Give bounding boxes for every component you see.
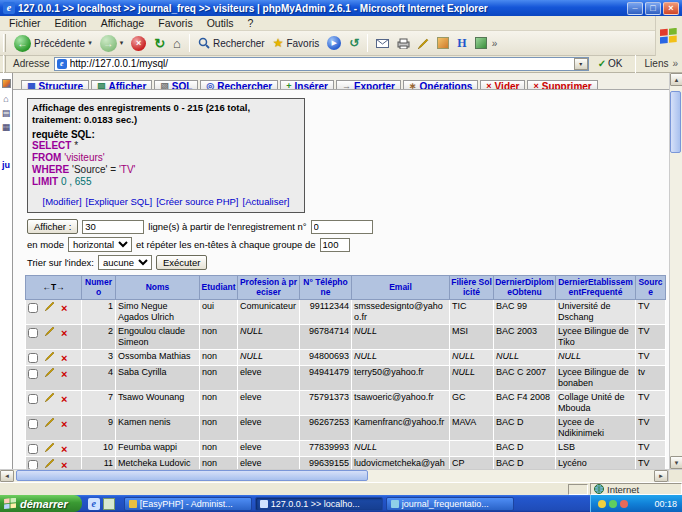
menu-item-affichage[interactable]: Affichage (94, 17, 152, 29)
edit-button[interactable] (415, 37, 432, 50)
column-header-8[interactable]: DernierDiplomeObtenu (494, 276, 556, 300)
maximize-button[interactable] (645, 2, 661, 15)
messenger-button[interactable] (434, 36, 452, 50)
query-link[interactable]: [Créer source PHP] (156, 196, 238, 207)
forward-button[interactable] (97, 34, 127, 53)
tab-search[interactable]: ◎Rechercher (200, 80, 278, 91)
tab-drop[interactable]: ×Supprimer (527, 80, 597, 91)
delete-row-icon[interactable] (61, 353, 67, 363)
show-button[interactable]: Afficher : (27, 219, 78, 234)
scroll-down-button[interactable] (670, 456, 682, 469)
edit-row-icon[interactable] (45, 351, 55, 364)
addressbar-grip[interactable] (3, 55, 6, 73)
query-link[interactable]: [Modifier] (43, 196, 82, 207)
repeat-headers-input[interactable] (320, 238, 350, 252)
pma-home-icon[interactable] (0, 94, 12, 104)
column-header-7[interactable]: Filière Solicité (450, 276, 494, 300)
start-button[interactable]: démarrer (0, 495, 82, 512)
tray-antivirus-icon[interactable] (620, 500, 628, 508)
go-button[interactable]: OK (593, 57, 628, 70)
row-checkbox[interactable] (28, 419, 38, 429)
media-button[interactable] (324, 35, 344, 51)
horizontal-scroll-thumb[interactable] (16, 470, 368, 481)
favorites-button[interactable]: Favoris (270, 35, 323, 51)
edit-row-icon[interactable] (45, 417, 55, 430)
column-header-9[interactable]: DernierEtablissementFrequenté (556, 276, 636, 300)
tab-browse[interactable]: ▤Afficher (91, 80, 152, 91)
mode-select[interactable]: horizontal (68, 237, 132, 252)
address-input[interactable]: http://127.0.0.1/mysql/ (54, 57, 589, 71)
edit-row-icon[interactable] (45, 442, 55, 455)
menu-item-edition[interactable]: Edition (48, 17, 94, 29)
column-header-3[interactable]: Etudiant (200, 276, 238, 300)
menu-item-fichier[interactable]: Fichier (2, 17, 48, 29)
stop-button[interactable] (128, 35, 149, 52)
pma-logo-icon[interactable] (2, 79, 11, 88)
tab-sql[interactable]: ▧SQL (154, 80, 198, 91)
toolbar-grip[interactable] (3, 34, 6, 52)
horizontal-scroll-track[interactable] (14, 470, 654, 482)
delete-row-icon[interactable] (61, 444, 67, 454)
query-link[interactable]: [Actualiser] (243, 196, 290, 207)
row-checkbox[interactable] (28, 353, 38, 363)
home-button[interactable] (170, 35, 184, 52)
delete-row-icon[interactable] (61, 419, 67, 429)
vertical-scrollbar[interactable] (669, 73, 682, 469)
address-dropdown-button[interactable] (574, 58, 588, 70)
back-button[interactable]: Précédente (11, 34, 95, 53)
pma-query-window-icon[interactable]: ▤ (0, 108, 12, 118)
task-button-journal[interactable]: journal_frequentatio... (386, 497, 514, 511)
menu-item-help[interactable]: ? (241, 17, 261, 29)
search-button[interactable]: Rechercher (195, 36, 268, 50)
edit-row-icon[interactable] (45, 367, 55, 380)
column-header-2[interactable]: Noms (116, 276, 200, 300)
menu-item-favoris[interactable]: Favoris (151, 17, 199, 29)
tab-operations[interactable]: ∗Opérations (403, 80, 478, 91)
start-record-input[interactable] (311, 220, 373, 234)
minimize-button[interactable] (627, 2, 643, 15)
column-header-6[interactable]: Email (352, 276, 450, 300)
edit-row-icon[interactable] (45, 392, 55, 405)
delete-row-icon[interactable] (61, 369, 67, 379)
scroll-left-button[interactable] (0, 470, 14, 482)
task-button-phpmyadmin[interactable]: 127.0.0.1 >> localho... (255, 497, 383, 511)
extra-tool-button[interactable] (472, 36, 490, 50)
row-checkbox[interactable] (28, 460, 38, 470)
edit-row-icon[interactable] (45, 326, 55, 339)
vertical-scroll-track[interactable] (670, 86, 682, 456)
column-header-4[interactable]: Profesion à preciser (238, 276, 300, 300)
tray-volume-icon[interactable] (598, 500, 606, 508)
tab-structure[interactable]: ▦Structure (21, 80, 89, 91)
edit-row-icon[interactable] (45, 301, 55, 314)
query-link[interactable]: [Expliquer SQL] (86, 196, 153, 207)
print-button[interactable] (394, 37, 413, 50)
row-checkbox[interactable] (28, 303, 38, 313)
row-checkbox[interactable] (28, 394, 38, 404)
history-button[interactable] (346, 35, 362, 51)
links-label[interactable]: Liens (645, 58, 669, 69)
task-button-easyphp[interactable]: [EasyPHP] - Administ... (124, 497, 252, 511)
tray-network-icon[interactable] (609, 500, 617, 508)
menu-item-outils[interactable]: Outils (200, 17, 241, 29)
database-name-truncated[interactable]: ju (0, 160, 12, 170)
sort-index-select[interactable]: aucune (98, 255, 152, 270)
delete-row-icon[interactable] (61, 394, 67, 404)
row-checkbox[interactable] (28, 369, 38, 379)
column-header-10[interactable]: Source (636, 276, 666, 300)
quick-launch-ie-icon[interactable] (88, 498, 100, 510)
horizontal-scrollbar[interactable] (0, 469, 682, 482)
delete-row-icon[interactable] (61, 460, 67, 470)
row-checkbox[interactable] (28, 328, 38, 338)
quick-launch-desktop-icon[interactable] (103, 498, 115, 510)
delete-row-icon[interactable] (61, 303, 67, 313)
scroll-up-button[interactable] (670, 73, 682, 86)
execute-button[interactable]: Exécuter (156, 255, 208, 270)
delete-row-icon[interactable] (61, 328, 67, 338)
tab-insert[interactable]: +Insérer (280, 80, 334, 91)
links-chevron-icon[interactable] (672, 58, 678, 69)
taskbar-clock[interactable]: 00:18 (654, 499, 677, 509)
row-checkbox[interactable] (28, 444, 38, 454)
refresh-button[interactable] (151, 35, 168, 52)
pma-docs-icon[interactable]: ▦ (0, 122, 12, 132)
vertical-scroll-thumb[interactable] (670, 91, 681, 153)
